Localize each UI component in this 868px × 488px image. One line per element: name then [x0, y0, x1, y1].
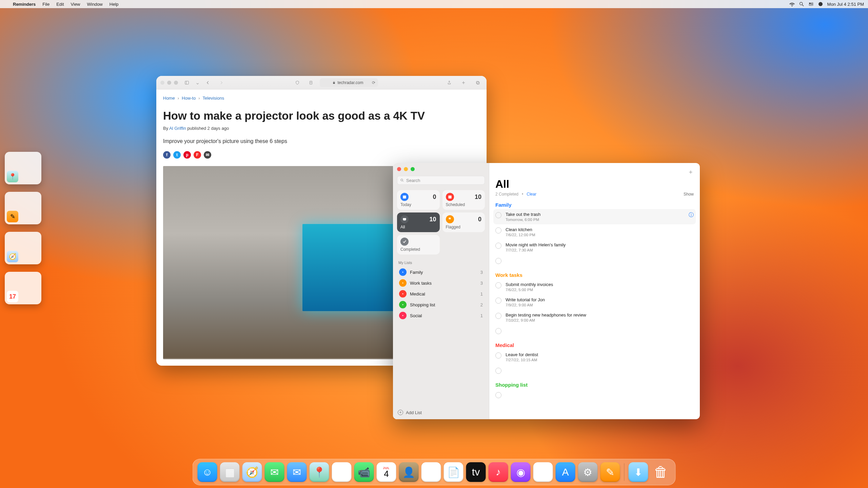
task-row[interactable]: Write tutorial for Jon7/9/22, 9:00 AM [495, 294, 694, 310]
dock-downloads[interactable]: ⬇ [629, 462, 648, 482]
task-checkbox[interactable] [495, 243, 501, 249]
task-row[interactable]: Clean kitchen7/6/22, 12:00 PM [495, 224, 694, 240]
wifi-icon[interactable] [787, 1, 797, 7]
dock-facetime[interactable]: 📹 [354, 462, 374, 482]
crumb-howto[interactable]: How-to [182, 96, 196, 101]
info-icon[interactable]: ⓘ [689, 212, 694, 218]
task-checkbox[interactable] [495, 258, 501, 264]
task-row[interactable]: Leave for dentist7/27/22, 10:15 AM [495, 349, 694, 365]
task-row[interactable]: Take out the trashTomorrow, 6:00 PMⓘ [495, 209, 694, 224]
tabs-icon[interactable] [473, 79, 482, 87]
add-list-button[interactable]: + Add List [397, 408, 485, 416]
crumb-home[interactable]: Home [163, 96, 175, 101]
reload-icon[interactable]: ⟳ [372, 80, 375, 85]
minimize-button[interactable] [404, 167, 408, 171]
dock-tv[interactable]: tv [466, 462, 486, 482]
show-button[interactable]: Show [684, 192, 694, 197]
datetime[interactable]: Mon Jul 4 2:51 PM [825, 2, 868, 7]
stage-thumb-calendar[interactable]: 17 [5, 272, 41, 304]
new-tab-icon[interactable] [459, 79, 468, 87]
siri-icon[interactable] [816, 1, 825, 7]
clear-button[interactable]: Clear [527, 192, 536, 197]
dock-messages[interactable]: ✉ [265, 462, 284, 482]
card-completed[interactable]: Completed [397, 235, 440, 255]
menu-help[interactable]: Help [106, 2, 122, 7]
dock-music[interactable]: ♪ [489, 462, 508, 482]
share-icon[interactable] [445, 79, 454, 87]
maximize-button[interactable] [174, 81, 178, 85]
reminders-window[interactable]: Search 0 Today 10 Scheduled 10 All 0 Fla… [393, 163, 700, 419]
share-flipboard-icon[interactable]: F [194, 151, 201, 159]
chevron-down-icon[interactable]: ⌄ [196, 79, 199, 87]
task-checkbox[interactable] [495, 313, 501, 319]
dock-maps[interactable]: 📍 [310, 462, 329, 482]
dock-contacts[interactable]: 👤 [399, 462, 419, 482]
dock-reminders[interactable]: ≣ [421, 462, 441, 482]
task-checkbox[interactable] [495, 282, 501, 288]
dock-podcasts[interactable]: ◉ [511, 462, 531, 482]
spotlight-icon[interactable] [797, 1, 806, 7]
control-center-icon[interactable] [806, 1, 816, 7]
list-shopping-list[interactable]: Shopping list2 [397, 299, 485, 310]
task-row[interactable]: Begin testing new headphones for review7… [495, 310, 694, 325]
share-pinterest-icon[interactable]: p [183, 151, 191, 159]
task-checkbox[interactable] [495, 352, 501, 359]
card-scheduled[interactable]: 10 Scheduled [442, 190, 485, 210]
card-today[interactable]: 0 Today [397, 190, 440, 210]
new-task-placeholder[interactable] [495, 365, 694, 377]
share-email-icon[interactable]: ✉ [204, 151, 211, 159]
task-checkbox[interactable] [495, 392, 501, 398]
dock-finder[interactable]: ☺ [198, 462, 217, 482]
author-link[interactable]: Al Griffin [169, 126, 186, 131]
search-input[interactable]: Search [397, 176, 485, 185]
task-checkbox[interactable] [495, 298, 501, 304]
minimize-button[interactable] [167, 81, 171, 85]
task-row[interactable]: Submit monthly invoices7/6/22, 5:00 PM [495, 279, 694, 294]
dock-mail[interactable]: ✉ [287, 462, 307, 482]
task-row[interactable]: Movie night with Helen's family7/7/22, 7… [495, 240, 694, 255]
shield-icon[interactable] [293, 79, 302, 87]
dock-safari[interactable]: 🧭 [242, 462, 262, 482]
dock-photos[interactable]: ✿ [332, 462, 352, 482]
dock-launchpad[interactable]: ▦ [220, 462, 240, 482]
menu-file[interactable]: File [39, 2, 53, 7]
card-flagged[interactable]: 0 Flagged [442, 212, 485, 232]
new-task-placeholder[interactable] [495, 325, 694, 337]
reader-icon[interactable] [306, 79, 316, 87]
list-work-tasks[interactable]: Work tasks3 [397, 278, 485, 288]
close-button[interactable] [397, 167, 401, 171]
task-checkbox[interactable] [495, 368, 501, 374]
dock-appstore[interactable]: A [556, 462, 575, 482]
stage-thumb-safari[interactable]: 🧭 [5, 232, 41, 264]
stage-thumb-pages[interactable]: ✎ [5, 192, 41, 224]
close-button[interactable] [160, 81, 164, 85]
dock-pages[interactable]: ✎ [600, 462, 620, 482]
menu-view[interactable]: View [67, 2, 84, 7]
new-task-placeholder[interactable] [495, 389, 694, 401]
address-bar[interactable]: techradar.com ⟳ [320, 78, 378, 87]
forward-button[interactable] [217, 79, 226, 87]
list-medical[interactable]: Medical1 [397, 288, 485, 299]
menu-window[interactable]: Window [84, 2, 106, 7]
dock-trash[interactable]: 🗑 [651, 462, 671, 482]
dock-notes[interactable]: 📄 [444, 462, 463, 482]
dock-news[interactable]: N [533, 462, 553, 482]
task-checkbox[interactable] [495, 212, 501, 218]
new-task-placeholder[interactable] [495, 255, 694, 267]
list-social[interactable]: Social1 [397, 310, 485, 321]
card-all[interactable]: 10 All [397, 212, 440, 232]
dock-calendar[interactable]: JUL4 [377, 462, 396, 482]
back-button[interactable] [203, 79, 213, 87]
menu-edit[interactable]: Edit [53, 2, 67, 7]
task-checkbox[interactable] [495, 227, 501, 233]
crumb-tv[interactable]: Televisions [203, 96, 224, 101]
dock-settings[interactable]: ⚙ [578, 462, 598, 482]
task-checkbox[interactable] [495, 328, 501, 334]
share-twitter-icon[interactable]: t [173, 151, 181, 159]
app-name[interactable]: Reminders [9, 2, 39, 7]
list-family[interactable]: Family3 [397, 267, 485, 278]
stage-thumb-maps[interactable]: 📍 [5, 152, 41, 184]
add-reminder-button[interactable]: ＋ [688, 168, 694, 176]
maximize-button[interactable] [411, 167, 415, 171]
share-facebook-icon[interactable]: f [163, 151, 171, 159]
